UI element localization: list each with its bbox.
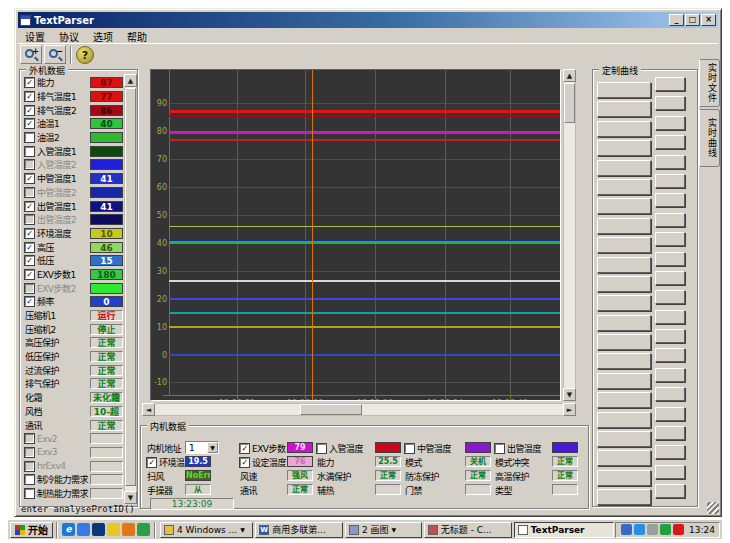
custom-curve-button[interactable] (597, 315, 651, 331)
custom-curve-button[interactable] (597, 489, 651, 505)
checkbox[interactable] (25, 215, 34, 224)
checkbox[interactable]: ✓ (240, 458, 249, 467)
checkbox[interactable]: ✓ (240, 444, 249, 453)
custom-curve-button[interactable] (597, 392, 651, 408)
outlook-icon[interactable] (107, 523, 120, 536)
custom-curve-small-button[interactable] (655, 252, 685, 266)
scroll-up-arrow[interactable]: ▲ (563, 69, 576, 82)
scroll-thumb[interactable] (564, 83, 575, 123)
custom-curve-small-button[interactable] (655, 348, 685, 362)
lock-icon[interactable] (122, 523, 135, 536)
tray-icon-2[interactable] (634, 524, 645, 535)
checkbox[interactable]: ✓ (25, 270, 34, 279)
checkbox[interactable]: ✓ (25, 119, 34, 128)
custom-curve-small-button[interactable] (655, 465, 685, 479)
navigator-icon[interactable] (92, 523, 105, 536)
ie-icon[interactable]: e (62, 523, 75, 536)
zoom-in-button[interactable]: + (20, 45, 42, 64)
messenger-icon[interactable] (77, 523, 90, 536)
zoom-out-button[interactable]: − (44, 45, 66, 64)
realtime-curve-chart[interactable]: 9080706050403020100-1013:22:5313:23:0613… (150, 69, 561, 401)
custom-curve-button[interactable] (597, 237, 651, 253)
custom-curve-small-button[interactable] (655, 77, 685, 91)
menu-item-2[interactable]: 协议 (52, 29, 86, 44)
checkbox[interactable]: ✓ (25, 297, 34, 306)
custom-curve-small-button[interactable] (655, 329, 685, 343)
custom-curve-small-button[interactable] (655, 426, 685, 440)
side-tab-1[interactable]: 实时文件 (699, 59, 720, 107)
custom-curve-small-button[interactable] (655, 310, 685, 324)
tray-icon-1[interactable] (621, 524, 632, 535)
custom-curve-button[interactable] (597, 160, 651, 176)
custom-curve-button[interactable] (597, 470, 651, 486)
time-cursor-line[interactable] (312, 70, 313, 401)
checkbox[interactable] (25, 475, 34, 484)
menu-item-4[interactable]: 帮助 (120, 29, 154, 44)
checkbox[interactable]: ✓ (25, 229, 34, 238)
custom-curve-small-button[interactable] (655, 193, 685, 207)
sidebar-scrollbar[interactable]: ▲▼ (124, 74, 137, 504)
help-button[interactable]: ? (76, 46, 94, 64)
task-textparser[interactable]: TextParser (514, 522, 614, 538)
custom-curve-button[interactable] (597, 353, 651, 369)
media-icon[interactable] (137, 523, 150, 536)
checkbox[interactable]: ✓ (147, 458, 156, 467)
checkbox[interactable]: ✓ (25, 202, 34, 211)
checkbox[interactable] (495, 444, 504, 453)
custom-curve-small-button[interactable] (655, 116, 685, 130)
checkbox[interactable] (25, 462, 34, 471)
checkbox[interactable]: ✓ (25, 106, 34, 115)
checkbox[interactable] (25, 188, 34, 197)
indoor-address-select[interactable]: 1▼ (185, 441, 219, 454)
custom-curve-small-button[interactable] (655, 96, 685, 110)
resize-grip[interactable] (707, 502, 719, 514)
side-tab-2[interactable]: 实时曲线 (699, 109, 720, 167)
close-button[interactable]: × (701, 14, 716, 26)
menu-item-3[interactable]: 选项 (86, 29, 120, 44)
custom-curve-small-button[interactable] (655, 213, 685, 227)
checkbox[interactable]: ✓ (25, 256, 34, 265)
custom-curve-small-button[interactable] (655, 174, 685, 188)
tray-icon-5[interactable] (673, 524, 684, 535)
checkbox[interactable] (25, 133, 34, 142)
scroll-right-arrow[interactable]: ► (563, 403, 576, 416)
scroll-thumb[interactable] (125, 88, 136, 486)
tray-icon-3[interactable] (647, 524, 658, 535)
tray-icon-4[interactable] (660, 524, 671, 535)
checkbox[interactable] (25, 160, 34, 169)
checkbox[interactable]: ✓ (25, 174, 34, 183)
chevron-down-icon[interactable]: ▼ (207, 442, 218, 453)
custom-curve-small-button[interactable] (655, 271, 685, 285)
custom-curve-small-button[interactable] (655, 387, 685, 401)
custom-curve-button[interactable] (597, 82, 651, 98)
checkbox[interactable] (25, 434, 34, 443)
task-word-doc[interactable]: W商用多联第... (255, 522, 343, 538)
custom-curve-small-button[interactable] (655, 407, 685, 421)
scroll-down-arrow[interactable]: ▼ (124, 491, 137, 504)
task-paint-group[interactable]: 2 画图▼ (345, 522, 422, 538)
scroll-up-arrow[interactable]: ▲ (124, 74, 137, 87)
custom-curve-button[interactable] (597, 101, 651, 117)
checkbox[interactable]: ✓ (25, 92, 34, 101)
custom-curve-button[interactable] (597, 218, 651, 234)
custom-curve-button[interactable] (597, 295, 651, 311)
start-button[interactable]: 开始 (10, 522, 53, 538)
custom-curve-button[interactable] (597, 431, 651, 447)
checkbox[interactable] (25, 448, 34, 457)
custom-curve-small-button[interactable] (655, 484, 685, 498)
custom-curve-small-button[interactable] (655, 232, 685, 246)
custom-curve-button[interactable] (597, 198, 651, 214)
maximize-button[interactable]: □ (685, 14, 700, 26)
custom-curve-button[interactable] (597, 179, 651, 195)
custom-curve-button[interactable] (597, 140, 651, 156)
checkbox[interactable] (317, 444, 326, 453)
custom-curve-button[interactable] (597, 450, 651, 466)
scroll-down-arrow[interactable]: ▼ (563, 388, 576, 401)
checkbox[interactable] (25, 489, 34, 498)
custom-curve-small-button[interactable] (655, 155, 685, 169)
chart-horizontal-scrollbar[interactable]: ◄► (142, 403, 576, 416)
menu-item-1[interactable]: 设置 (18, 29, 52, 44)
checkbox[interactable]: ✓ (25, 243, 34, 252)
custom-curve-small-button[interactable] (655, 290, 685, 304)
checkbox[interactable] (25, 284, 34, 293)
